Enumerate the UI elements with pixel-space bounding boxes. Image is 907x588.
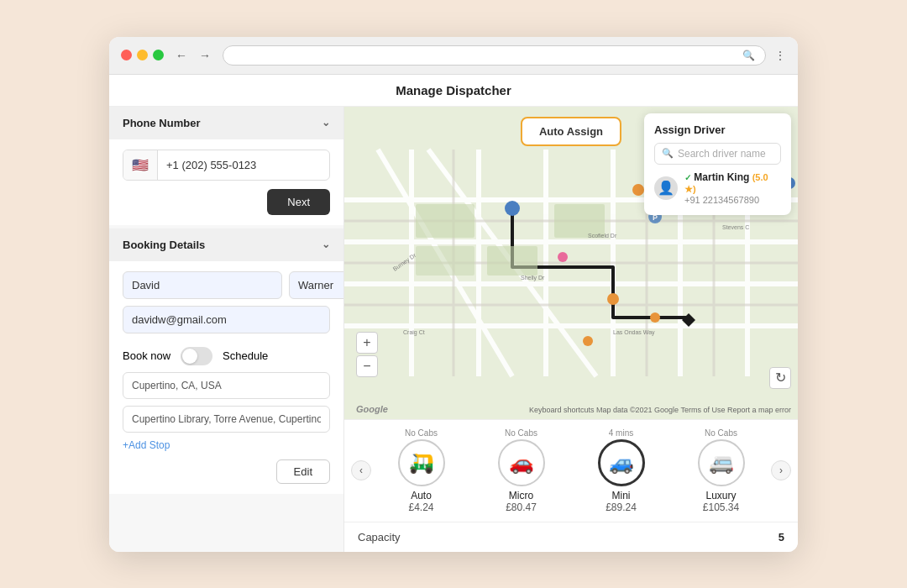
auto-assign-button[interactable]: Auto Assign <box>521 117 621 146</box>
assign-driver-popup: Assign Driver 🔍 Search driver name 👤 <box>644 113 791 215</box>
book-schedule-row: Book now Schedule <box>123 347 330 365</box>
refresh-icon[interactable]: ↻ <box>769 367 791 389</box>
svg-point-42 <box>607 293 619 305</box>
map-footer-text: Keyboard shortcuts Map data ©2021 Google… <box>529 406 791 414</box>
auto-icon: 🛺 <box>398 439 445 486</box>
vehicle-item-auto[interactable]: No Cabs 🛺 Auto £4.24 <box>398 428 445 513</box>
right-panel: P Scofield Dr Burney Dr Shelly Dr Craig … <box>344 107 798 552</box>
phone-input-row: 🇺🇸 <box>123 150 330 181</box>
scroll-right-button[interactable]: › <box>771 460 791 480</box>
pickup-wrap <box>123 372 330 399</box>
svg-point-44 <box>583 336 593 346</box>
driver-info: ✓ Martin King (5.0 ★) +91 22134567890 <box>684 171 781 205</box>
book-now-label: Book now <box>123 349 170 362</box>
vehicle-item-mini[interactable]: 4 mins 🚙 Mini £89.24 <box>598 428 645 513</box>
browser-icons: ⋮ <box>774 49 786 62</box>
mini-name: Mini <box>611 490 630 501</box>
mini-icon: 🚙 <box>598 439 645 486</box>
mini-price: £89.24 <box>606 501 637 513</box>
booking-section-body: Book now Schedule +Add Stop Edit <box>109 261 343 494</box>
booking-section-title: Booking Details <box>123 239 205 251</box>
driver-avatar: 👤 <box>654 176 678 200</box>
phone-section: Phone Number ⌄ 🇺🇸 Next <box>109 107 343 225</box>
flag-icon[interactable]: 🇺🇸 <box>123 150 158 180</box>
booking-section-header: Booking Details ⌄ <box>109 228 343 261</box>
map-zoom-controls: + − <box>356 332 378 377</box>
traffic-lights <box>121 50 164 60</box>
svg-rect-22 <box>416 246 474 276</box>
mini-availability: 4 mins <box>609 428 633 438</box>
edit-button[interactable]: Edit <box>276 459 330 484</box>
svg-text:Craig Ct: Craig Ct <box>403 329 425 336</box>
micro-availability: No Cabs <box>505 428 537 438</box>
svg-text:Scofield Dr: Scofield Dr <box>588 233 617 239</box>
phone-section-title: Phone Number <box>123 117 200 129</box>
svg-text:Stevens C: Stevens C <box>722 224 749 230</box>
assign-driver-title: Assign Driver <box>654 123 781 136</box>
micro-name: Micro <box>509 490 533 501</box>
browser-chrome: ← → 🔍 ⋮ <box>109 37 798 75</box>
phone-section-header: Phone Number ⌄ <box>109 107 343 139</box>
svg-rect-19 <box>416 204 474 238</box>
map-container: P Scofield Dr Burney Dr Shelly Dr Craig … <box>344 107 798 419</box>
luxury-icon: 🚐 <box>698 439 745 486</box>
toggle-knob <box>182 349 197 364</box>
svg-point-41 <box>558 252 568 262</box>
luxury-availability: No Cabs <box>705 428 737 438</box>
more-icon[interactable]: ⋮ <box>774 49 786 62</box>
vehicle-item-micro[interactable]: No Cabs 🚗 Micro £80.47 <box>498 428 545 513</box>
svg-rect-20 <box>487 246 537 276</box>
luxury-name: Luxury <box>705 490 736 501</box>
auto-availability: No Cabs <box>405 428 438 438</box>
auto-price: £4.24 <box>408 501 433 513</box>
maximize-button[interactable] <box>153 50 164 60</box>
forward-button[interactable]: → <box>196 47 214 64</box>
map-refresh-button[interactable]: ↻ <box>769 367 791 389</box>
next-button[interactable]: Next <box>267 189 330 215</box>
svg-text:Las Ondas Way: Las Ondas Way <box>613 329 655 336</box>
vehicle-item-luxury[interactable]: No Cabs 🚐 Luxury £105.34 <box>698 428 745 513</box>
vehicles-list: No Cabs 🛺 Auto £4.24 No Cabs 🚗 Micro £80… <box>375 428 768 513</box>
capacity-row: Capacity 5 <box>344 522 798 552</box>
driver-search-placeholder: Search driver name <box>678 148 766 160</box>
scroll-left-button[interactable]: ‹ <box>351 460 371 480</box>
schedule-label: Schedule <box>223 349 268 362</box>
dropoff-input[interactable] <box>123 406 330 433</box>
capacity-label: Capacity <box>358 531 401 543</box>
driver-phone: +91 22134567890 <box>684 195 781 205</box>
phone-input[interactable] <box>158 152 329 178</box>
name-row <box>123 271 330 299</box>
luxury-price: £105.34 <box>703 501 739 513</box>
map-logo: Google <box>356 404 388 414</box>
dropoff-wrap <box>123 406 330 433</box>
phone-section-body: 🇺🇸 Next <box>109 139 343 225</box>
person-icon: 👤 <box>658 180 674 196</box>
micro-price: £80.47 <box>506 501 537 513</box>
back-button[interactable]: ← <box>172 47 191 64</box>
url-bar[interactable]: 🔍 <box>223 45 766 66</box>
email-input[interactable] <box>123 306 330 333</box>
checkmark-icon: ✓ <box>684 173 691 182</box>
last-name-input[interactable] <box>289 271 344 299</box>
auto-name: Auto <box>411 490 432 501</box>
nav-buttons: ← → <box>172 47 214 64</box>
zoom-out-button[interactable]: − <box>356 355 378 377</box>
first-name-input[interactable] <box>123 271 282 299</box>
search-icon: 🔍 <box>662 148 674 159</box>
browser-window: ← → 🔍 ⋮ Manage Dispatcher Phone Number ⌄ <box>109 37 798 552</box>
driver-name: ✓ Martin King (5.0 ★) <box>684 171 781 195</box>
vehicle-row: ‹ No Cabs 🛺 Auto £4.24 No Cabs 🚗 Micro <box>344 419 798 522</box>
close-button[interactable] <box>121 50 132 60</box>
driver-search-box[interactable]: 🔍 Search driver name <box>654 143 781 165</box>
svg-text:Shelly Dr: Shelly Dr <box>521 275 545 281</box>
zoom-in-button[interactable]: + <box>356 332 378 354</box>
pickup-input[interactable] <box>123 372 330 399</box>
add-stop-link[interactable]: +Add Stop <box>123 439 330 451</box>
driver-item[interactable]: 👤 ✓ Martin King (5.0 ★) +91 22134567890 <box>654 171 781 205</box>
minimize-button[interactable] <box>137 50 148 60</box>
left-panel: Phone Number ⌄ 🇺🇸 Next Booking Details ⌄ <box>109 107 344 552</box>
main-content: Phone Number ⌄ 🇺🇸 Next Booking Details ⌄ <box>109 107 798 552</box>
micro-icon: 🚗 <box>498 439 545 486</box>
book-schedule-toggle[interactable] <box>181 347 212 365</box>
map-background: P Scofield Dr Burney Dr Shelly Dr Craig … <box>344 107 798 419</box>
